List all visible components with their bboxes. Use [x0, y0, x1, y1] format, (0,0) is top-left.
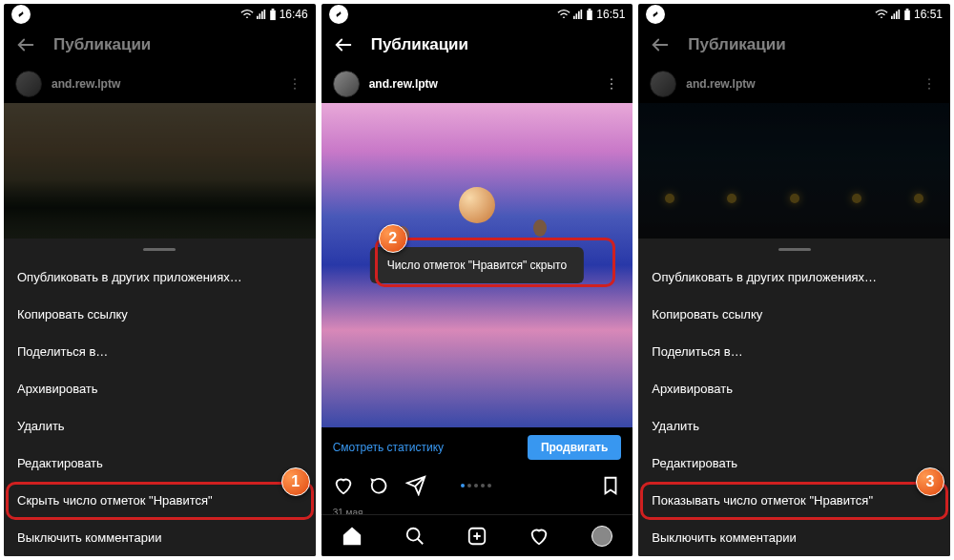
app-header: Публикации	[638, 25, 950, 65]
view-stats-link[interactable]: Смотреть статистику	[333, 441, 444, 454]
more-icon[interactable]	[602, 74, 621, 93]
status-bar: 16:51	[321, 4, 633, 25]
menu-publish[interactable]: Опубликовать в других приложениях…	[4, 259, 316, 296]
menu-publish[interactable]: Опубликовать в других приложениях…	[638, 259, 950, 296]
balloon-graphic	[459, 187, 495, 233]
phone-screen-1: 16:46 Публикации and.rew.lptw Опубликова…	[4, 4, 316, 556]
stats-row: Смотреть статистику Продвигать	[321, 427, 633, 467]
signal-icon	[891, 9, 901, 20]
svg-rect-6	[589, 9, 591, 10]
page-title: Публикации	[53, 35, 151, 54]
balloon-graphic	[533, 219, 547, 237]
menu-delete[interactable]: Удалить	[638, 407, 950, 445]
menu-copy-link[interactable]: Копировать ссылку	[4, 296, 316, 333]
svg-point-18	[928, 83, 930, 85]
back-button[interactable]	[15, 34, 36, 55]
signal-icon	[257, 9, 266, 20]
app-header: Публикации	[321, 25, 633, 65]
heart-icon[interactable]	[333, 475, 354, 496]
svg-rect-15	[904, 10, 910, 19]
bottom-nav	[321, 514, 633, 556]
wifi-icon	[240, 9, 254, 20]
menu-archive[interactable]: Архивировать	[4, 370, 316, 407]
menu-share[interactable]: Поделиться в…	[638, 333, 950, 370]
back-button[interactable]	[650, 34, 671, 55]
wifi-icon	[557, 9, 570, 20]
comment-icon[interactable]	[369, 475, 390, 496]
sheet-handle[interactable]	[143, 248, 176, 251]
app-header: Публикации	[4, 25, 316, 65]
profile-icon[interactable]	[591, 526, 612, 547]
svg-point-9	[611, 88, 612, 90]
user-bar: and.rew.lptw	[638, 65, 950, 103]
svg-point-17	[928, 78, 930, 80]
status-bar: 16:46	[4, 4, 316, 25]
page-title: Публикации	[371, 35, 468, 54]
status-icons: 16:51	[557, 8, 625, 21]
avatar[interactable]	[15, 71, 42, 97]
wifi-icon	[875, 9, 888, 20]
battery-icon	[269, 9, 277, 21]
svg-rect-1	[271, 9, 274, 10]
svg-point-7	[611, 78, 612, 80]
avatar[interactable]	[650, 71, 676, 97]
svg-rect-5	[588, 10, 593, 19]
back-button[interactable]	[333, 34, 354, 55]
menu-archive[interactable]: Архивировать	[638, 370, 950, 407]
status-time: 16:51	[914, 8, 943, 21]
home-icon[interactable]	[342, 526, 363, 547]
username[interactable]: and.rew.lptw	[52, 77, 120, 91]
menu-edit[interactable]: Редактировать	[4, 445, 316, 482]
search-icon[interactable]	[404, 526, 425, 547]
user-bar: and.rew.lptw	[321, 65, 633, 103]
toast-message: Число отметок "Нравится" скрыто	[370, 247, 584, 283]
menu-edit[interactable]: Редактировать	[638, 445, 950, 482]
menu-disable-comments[interactable]: Выключить комментарии	[638, 519, 950, 556]
user-bar: and.rew.lptw	[4, 65, 316, 103]
bottom-sheet: Опубликовать в других приложениях… Копир…	[4, 239, 316, 556]
sheet-handle[interactable]	[778, 248, 811, 251]
badge-2: 2	[379, 224, 407, 253]
bottom-sheet: Опубликовать в других приложениях… Копир…	[638, 239, 950, 556]
menu-hide-likes[interactable]: Скрыть число отметок "Нравится"	[4, 482, 316, 519]
promote-button[interactable]: Продвигать	[528, 435, 621, 460]
username[interactable]: and.rew.lptw	[369, 77, 438, 91]
phone-screen-3: 16:51 Публикации and.rew.lptw Опубликова…	[638, 4, 950, 556]
menu-share[interactable]: Поделиться в…	[4, 333, 316, 370]
svg-point-13	[406, 528, 419, 540]
menu-copy-link[interactable]: Копировать ссылку	[638, 296, 950, 333]
username[interactable]: and.rew.lptw	[686, 77, 755, 91]
shazam-icon	[329, 5, 348, 24]
lights-graphic	[638, 160, 950, 237]
menu-show-likes[interactable]: Показывать число отметок "Нравится"	[638, 482, 950, 519]
svg-point-3	[294, 83, 296, 85]
menu-delete[interactable]: Удалить	[4, 407, 316, 445]
svg-rect-16	[906, 9, 909, 10]
status-time: 16:46	[280, 8, 308, 21]
status-icons: 16:51	[875, 8, 943, 21]
badge-3: 3	[916, 467, 944, 496]
bookmark-icon[interactable]	[600, 475, 621, 496]
shazam-icon	[646, 5, 665, 24]
badge-1: 1	[281, 467, 310, 496]
shazam-icon	[11, 5, 31, 24]
page-title: Публикации	[688, 35, 785, 54]
more-icon[interactable]	[285, 74, 304, 93]
svg-point-4	[294, 88, 296, 90]
phone-screen-2: 16:51 Публикации and.rew.lptw Число отме…	[321, 4, 633, 556]
activity-icon[interactable]	[529, 526, 550, 547]
add-icon[interactable]	[467, 526, 487, 547]
status-icons: 16:46	[240, 8, 308, 21]
status-bar: 16:51	[638, 4, 950, 25]
svg-point-8	[611, 83, 612, 85]
svg-point-19	[928, 88, 930, 90]
status-time: 16:51	[596, 8, 625, 21]
battery-icon	[586, 9, 593, 21]
avatar[interactable]	[333, 71, 360, 97]
svg-rect-0	[270, 10, 276, 19]
share-icon[interactable]	[405, 475, 426, 496]
signal-icon	[573, 9, 583, 20]
carousel-indicator	[461, 484, 491, 487]
more-icon[interactable]	[920, 74, 939, 93]
menu-disable-comments[interactable]: Выключить комментарии	[4, 519, 316, 556]
